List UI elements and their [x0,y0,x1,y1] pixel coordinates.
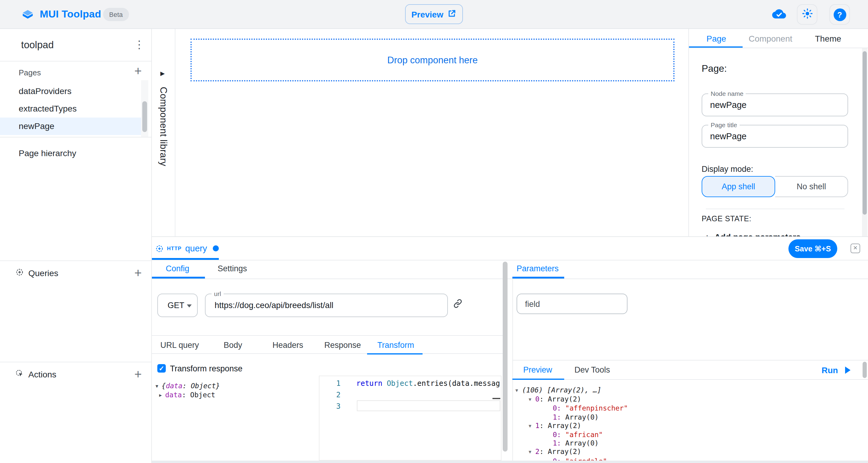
tab-dev-tools[interactable]: Dev Tools [575,361,610,379]
tab-component[interactable]: Component [749,29,792,48]
console-string: "african" [565,430,603,439]
disclosure-triangle-icon[interactable]: ▶ [159,392,165,398]
cursor-click-icon [16,369,24,380]
question-mark-icon: ? [833,8,846,21]
page-title-field[interactable]: Page title newPage [702,125,848,148]
sidebar-item-extractedtypes[interactable]: extractedTypes [0,100,141,118]
console-value: Array(0) [565,439,599,447]
console-key: 2 [535,447,539,456]
disclosure-triangle-icon[interactable]: ▼ [529,422,535,430]
add-action-button[interactable]: + [131,367,145,381]
code-keyword: return [356,379,387,388]
tab-parameters[interactable]: Parameters [517,260,559,278]
url-field[interactable]: url https://dog.ceo/api/breeds/list/all [205,294,448,317]
sidebar-item-page-hierarchy[interactable]: Page hierarchy [0,145,141,162]
queries-section-label: Queries [28,268,58,278]
inspector-scrollbar-thumb[interactable] [863,51,867,215]
tab-theme[interactable]: Theme [815,29,841,48]
line-number: 1 [332,378,341,390]
add-page-parameters-label: Add page parameters [714,232,801,236]
theme-toggle-button[interactable] [797,4,817,25]
tab-transform[interactable]: Transform [377,336,414,354]
dropzone-label: Drop component here [387,55,478,65]
disclosure-triangle-icon[interactable]: ▼ [529,448,535,457]
actions-section-header: Actions [16,366,56,383]
request-subtabs: URL query Body Headers Response Transfor… [152,335,503,354]
app-window: MUI Toolpad Beta Preview ? toolpad ⋮ Pag… [0,0,868,463]
tree-root-key: data [166,381,182,390]
page-title-value: newPage [710,125,747,147]
node-name-value: newPage [710,94,747,116]
inspector-scrollbar-track[interactable] [862,48,867,236]
method-select[interactable]: GET [157,294,198,317]
toggle-app-shell[interactable]: App shell [702,176,775,197]
disclosure-triangle-icon[interactable]: ▼ [516,387,522,395]
tab-config[interactable]: Config [166,260,189,278]
sidebar-item-newpage[interactable]: newPage [0,118,141,135]
config-scrollbar-thumb[interactable] [503,261,507,452]
preview-button[interactable]: Preview [405,4,463,24]
tree-root-open: { [161,381,166,390]
add-page-button[interactable]: + [131,64,145,79]
console-line[interactable]: 1: Array(0) [513,413,863,421]
pages-scrollbar-thumb[interactable] [142,101,147,132]
console-line[interactable]: 0: "airedale" [513,457,863,461]
tree-root-row[interactable]: ▼{data: Object} [156,381,220,390]
play-icon[interactable] [845,367,850,374]
close-icon[interactable]: × [850,244,860,253]
actions-section-label: Actions [28,370,56,379]
console-line[interactable]: 0: "affenpinscher" [513,404,863,413]
sidebar-item-dataproviders[interactable]: dataProviders [0,83,141,100]
tab-response[interactable]: Response [324,336,361,354]
code-type: Object [387,379,413,388]
console-key: 1: [553,439,565,447]
display-mode-label: Display mode: [702,164,753,174]
console-key: 0 [535,395,539,403]
run-button[interactable]: Run [822,361,838,380]
queries-section-header: Queries [16,265,58,281]
divider [152,259,868,260]
preview-tabs-row: Preview Dev Tools Run [513,360,868,380]
transform-response-checkbox[interactable]: ✓ [157,364,166,373]
console-key: 1: [553,413,565,421]
console-line[interactable]: ▼(106) [Array(2), …] [513,386,863,395]
console-line[interactable]: ▼2: Array(2) [513,447,863,457]
parameter-field-input[interactable]: field [517,294,627,314]
console-line[interactable]: 1: Array(0) [513,439,863,447]
active-tab-underline [689,46,743,48]
disclosure-triangle-icon[interactable]: ▼ [529,396,535,404]
url-value: https://dog.ceo/api/breeds/list/all [215,294,333,316]
help-button[interactable]: ? [830,4,850,25]
tab-headers[interactable]: Headers [273,336,303,354]
pages-scrollbar-track[interactable] [141,80,148,137]
tree-child-row[interactable]: ▶data: Object [159,391,215,399]
kebab-menu-icon[interactable]: ⋮ [134,38,145,51]
tab-settings[interactable]: Settings [218,260,247,278]
console-output: ▼(106) [Array(2), …] ▼0: Array(2) 0: "af… [513,380,863,461]
node-name-field[interactable]: Node name newPage [702,93,848,116]
console-value: : Array(2) [539,395,581,403]
tab-page[interactable]: Page [707,29,726,48]
divider [152,278,868,279]
transform-tab-underline [367,353,423,354]
canvas-dropzone[interactable]: Drop component here [190,38,675,82]
chevron-right-icon[interactable]: ▶ [160,70,165,76]
tab-url-query[interactable]: URL query [160,336,199,354]
divider [0,137,151,137]
console-scrollbar-thumb[interactable] [863,362,867,378]
add-query-button[interactable]: + [131,266,145,280]
toggle-no-shell[interactable]: No shell [775,176,848,197]
console-line[interactable]: 0: "african" [513,430,863,439]
line-number: 3 [332,401,341,412]
query-tab[interactable]: HTTP query [156,237,219,260]
console-line[interactable]: ▼0: Array(2) [513,395,863,404]
link-icon[interactable] [453,299,463,311]
console-line[interactable]: ▼1: Array(2) [513,422,863,430]
tab-body[interactable]: Body [224,336,242,354]
tab-preview[interactable]: Preview [523,361,552,379]
save-button[interactable]: Save ⌘+S [788,239,837,258]
add-page-parameters-button[interactable]: +Add page parameters [705,232,801,236]
code-editor[interactable]: 1 2 3 return Object.entries(data.messag [319,376,501,461]
method-value: GET [167,294,184,316]
disclosure-triangle-icon[interactable]: ▼ [156,383,161,389]
